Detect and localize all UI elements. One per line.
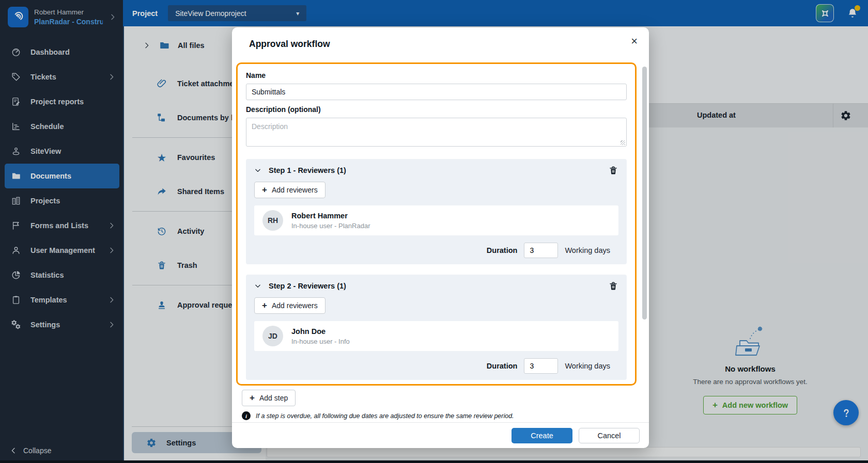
reviewer-card: RH Robert Hammer In-house user - PlanRad… (254, 205, 618, 235)
name-input[interactable] (246, 84, 627, 100)
chevron-down-icon[interactable] (254, 167, 261, 174)
modal-footer: Create Cancel (232, 422, 649, 448)
avatar: JD (262, 326, 283, 346)
chevron-down-icon[interactable] (254, 282, 261, 290)
create-button[interactable]: Create (512, 428, 572, 443)
step-title: Step 1 - Reviewers (1) (269, 166, 346, 174)
delete-step-icon[interactable] (608, 281, 618, 291)
plus-icon: + (262, 185, 267, 195)
modal-title: Approval workflow (249, 39, 330, 50)
reviewer-card: JD John Doe In-house user - Info (254, 321, 618, 351)
modal-scrollbar-thumb[interactable] (642, 67, 647, 320)
plus-icon: + (262, 300, 267, 311)
step-title: Step 2 - Reviewers (1) (269, 282, 346, 290)
duration-unit: Working days (565, 362, 610, 370)
add-reviewers-button[interactable]: + Add reviewers (254, 182, 326, 198)
plus-icon: + (250, 393, 255, 403)
workflow-form: Name Description (optional) Step 1 - Rev… (236, 62, 637, 386)
app-screen: Robert Hammer PlanRadar - Construc... Da… (0, 0, 868, 463)
reviewer-details: In-house user - Info (291, 338, 350, 345)
delete-step-icon[interactable] (608, 165, 618, 175)
add-reviewers-button[interactable]: + Add reviewers (254, 297, 326, 314)
workflow-step-2: Step 2 - Reviewers (1) + Add reviewers J… (246, 275, 627, 380)
name-label: Name (246, 71, 627, 79)
cancel-button[interactable]: Cancel (579, 428, 640, 443)
reviewer-name: John Doe (291, 327, 350, 336)
duration-input[interactable] (524, 358, 558, 374)
description-label: Description (optional) (246, 105, 627, 114)
add-step-button[interactable]: + Add step (242, 390, 296, 406)
approval-workflow-modal: Approval workflow × Name Description (op… (232, 27, 649, 448)
duration-input[interactable] (524, 243, 558, 258)
description-input[interactable] (246, 118, 627, 147)
reviewer-name: Robert Hammer (291, 212, 370, 220)
duration-label: Duration (487, 246, 518, 254)
reviewer-details: In-house user - PlanRadar (291, 222, 370, 230)
avatar: RH (262, 210, 283, 231)
duration-label: Duration (487, 362, 518, 370)
duration-unit: Working days (565, 246, 610, 254)
overdue-info-text: If a step is overdue, all following due … (256, 412, 514, 420)
info-icon: i (242, 411, 251, 420)
close-icon[interactable]: × (631, 36, 638, 47)
workflow-step-1: Step 1 - Reviewers (1) + Add reviewers R… (246, 159, 627, 264)
